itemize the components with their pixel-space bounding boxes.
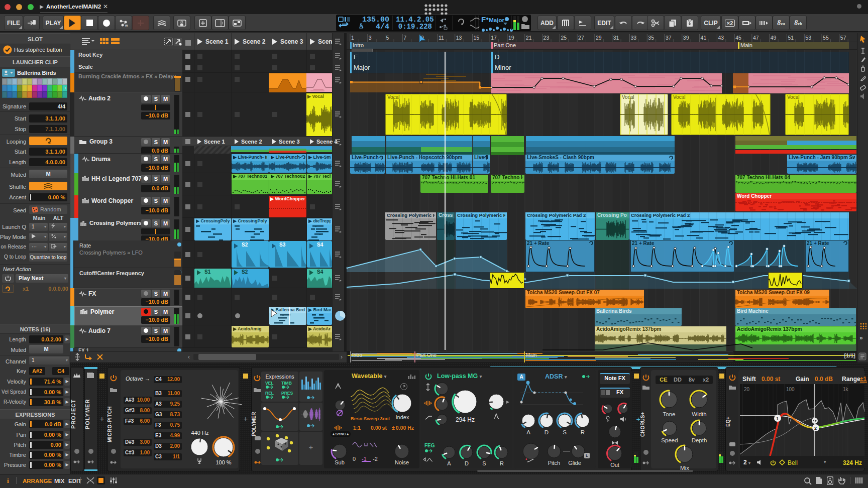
svg-text:2: 2 [814, 426, 817, 431]
svg-text:1k: 1k [843, 387, 849, 392]
svg-text:20: 20 [744, 387, 750, 392]
svg-text:5: 5 [386, 35, 389, 41]
svg-text:47: 47 [753, 35, 759, 41]
svg-text:49: 49 [771, 35, 777, 41]
svg-text:53: 53 [805, 35, 811, 41]
svg-text:29: 29 [596, 35, 602, 41]
svg-text:1: 1 [351, 35, 354, 41]
svg-text:27: 27 [578, 35, 584, 41]
svg-text:35: 35 [648, 35, 654, 41]
svg-text:23: 23 [544, 35, 550, 41]
svg-text:37: 37 [666, 35, 672, 41]
svg-text:39: 39 [683, 35, 689, 41]
svg-text:55: 55 [823, 35, 829, 41]
svg-text:57: 57 [840, 35, 846, 41]
svg-text:43: 43 [718, 35, 724, 41]
svg-text:1: 1 [776, 416, 779, 421]
svg-text:17: 17 [491, 35, 497, 41]
svg-text:7: 7 [403, 35, 406, 41]
svg-text:31: 31 [613, 35, 619, 41]
svg-text:w: w [125, 24, 128, 27]
svg-text:51: 51 [788, 35, 794, 41]
svg-text:19: 19 [508, 35, 514, 41]
svg-text:33: 33 [631, 35, 637, 41]
svg-text:41: 41 [701, 35, 707, 41]
svg-text:21: 21 [526, 35, 532, 41]
svg-text:100: 100 [786, 387, 795, 392]
svg-text:25: 25 [561, 35, 567, 41]
svg-text:11: 11 [439, 35, 444, 41]
svg-text:45: 45 [735, 35, 741, 41]
svg-text:13: 13 [456, 35, 462, 41]
svg-text:15: 15 [474, 35, 480, 41]
svg-text:3: 3 [369, 35, 372, 41]
